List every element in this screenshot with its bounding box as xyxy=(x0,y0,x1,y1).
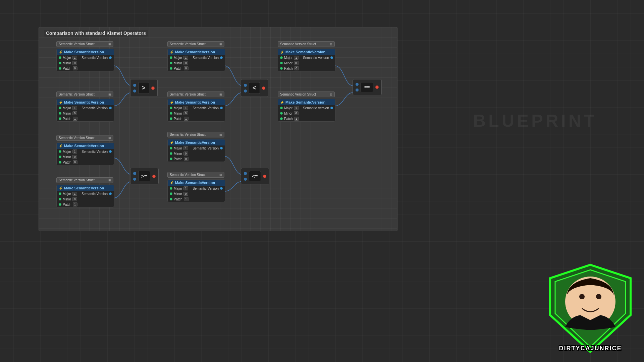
patch-label: Patch xyxy=(174,197,182,201)
patch-value[interactable]: 1 xyxy=(73,202,77,206)
op-eq-symbol: == xyxy=(361,82,373,92)
minor-value[interactable]: 0 xyxy=(72,197,77,201)
tr-make2: ⚡ Make SemanticVersion Major 1 Semantic … xyxy=(278,99,335,122)
patch-value[interactable]: 0 xyxy=(73,66,77,70)
svg-point-4 xyxy=(596,294,601,299)
expand-icon[interactable]: ⊞ xyxy=(219,93,222,96)
patch-value[interactable]: 1 xyxy=(184,117,189,121)
minor-value[interactable]: 0 xyxy=(183,192,188,196)
minor-value[interactable]: 0 xyxy=(294,61,299,65)
creator-name: DIRTYCAJUNRICE xyxy=(559,345,622,352)
minor-value[interactable]: 0 xyxy=(183,61,188,65)
bl-make1: ⚡ Make SemanticVersion Major 1 Semantic … xyxy=(56,142,114,165)
patch-value[interactable]: 0 xyxy=(294,66,299,70)
major-value[interactable]: 1 xyxy=(72,56,77,60)
op-gt-node[interactable]: > xyxy=(130,79,158,97)
semantic-version-output-pin xyxy=(220,56,223,59)
op-lte-symbol: <= xyxy=(249,171,261,181)
major-value[interactable]: 1 xyxy=(72,106,77,110)
semantic-version-output-label: Semantic Version xyxy=(193,146,219,150)
patch-input-pin xyxy=(280,67,283,70)
op-lte-node[interactable]: <= xyxy=(241,168,269,184)
major-value[interactable]: 1 xyxy=(183,186,188,190)
major-value[interactable]: 1 xyxy=(294,56,299,60)
expand-icon[interactable]: ⊞ xyxy=(108,179,111,182)
patch-value[interactable]: 0 xyxy=(73,160,77,164)
minor-input-pin xyxy=(170,152,172,155)
make-node-title: Make SemanticVersion xyxy=(175,140,215,144)
major-label: Major xyxy=(174,146,182,150)
major-value[interactable]: 1 xyxy=(183,106,188,110)
bm-struct2: Semantic Version Struct ⊞ xyxy=(167,172,224,178)
minor-value[interactable]: 0 xyxy=(294,111,299,115)
tm-struct2: Semantic Version Struct ⊞ xyxy=(167,92,224,98)
minor-input-pin xyxy=(59,198,61,200)
tm-make1: ⚡ Make SemanticVersion Major 1 Semantic … xyxy=(167,49,225,71)
major-label: Major xyxy=(63,106,71,110)
major-value[interactable]: 1 xyxy=(72,149,77,154)
minor-value[interactable]: 0 xyxy=(72,61,77,65)
minor-value[interactable]: 0 xyxy=(72,155,77,159)
make-node-title: Make SemanticVersion xyxy=(64,186,104,190)
minor-value[interactable]: 0 xyxy=(72,111,77,115)
patch-label: Patch xyxy=(63,203,71,206)
patch-value[interactable]: 0 xyxy=(184,66,189,70)
patch-input-pin xyxy=(170,198,172,200)
semantic-version-output-label: Semantic Version xyxy=(193,106,219,110)
node-icon: ⚡ xyxy=(280,50,284,54)
expand-icon[interactable]: ⊞ xyxy=(219,173,222,177)
tl-make1: ⚡ Make SemanticVersion Major 1 Semantic … xyxy=(56,49,114,71)
patch-label: Patch xyxy=(284,67,293,70)
semantic-version-output-pin xyxy=(109,150,112,153)
minor-label: Minor xyxy=(63,61,71,65)
major-value[interactable]: 1 xyxy=(183,146,188,150)
make-node-title: Make SemanticVersion xyxy=(175,181,215,185)
node-icon: ⚡ xyxy=(170,101,174,104)
node-icon: ⚡ xyxy=(170,50,174,54)
expand-icon[interactable]: ⊞ xyxy=(108,136,111,140)
make-node-title: Make SemanticVersion xyxy=(64,144,104,148)
minor-value[interactable]: 0 xyxy=(183,152,188,156)
patch-input-pin xyxy=(59,67,61,70)
semantic-version-output-label: Semantic Version xyxy=(82,56,108,60)
semantic-version-output-label: Semantic Version xyxy=(82,192,108,196)
expand-icon[interactable]: ⊞ xyxy=(219,43,222,46)
expand-icon[interactable]: ⊞ xyxy=(108,43,111,46)
expand-icon[interactable]: ⊞ xyxy=(219,133,222,136)
patch-label: Patch xyxy=(284,117,293,121)
semantic-version-output-pin xyxy=(330,107,333,109)
op-eq-node[interactable]: == xyxy=(353,79,382,95)
patch-label: Patch xyxy=(174,67,182,70)
major-input-pin xyxy=(170,147,172,149)
semantic-version-output-pin xyxy=(220,107,223,109)
op-lt-node[interactable]: < xyxy=(241,79,268,97)
minor-input-pin xyxy=(280,112,283,115)
patch-value[interactable]: 1 xyxy=(184,197,189,201)
patch-value[interactable]: 0 xyxy=(184,157,189,161)
bm-make2: ⚡ Make SemanticVersion Major 1 Semantic … xyxy=(167,179,225,202)
minor-label: Minor xyxy=(284,61,292,65)
semantic-version-output-pin xyxy=(220,147,223,149)
make-node-title: Make SemanticVersion xyxy=(64,50,104,54)
minor-label: Minor xyxy=(174,112,182,115)
minor-input-pin xyxy=(280,62,283,64)
expand-icon[interactable]: ⊞ xyxy=(330,93,332,96)
major-value[interactable]: 1 xyxy=(294,106,299,110)
node-icon: ⚡ xyxy=(59,101,63,104)
expand-icon[interactable]: ⊞ xyxy=(108,93,111,96)
major-value[interactable]: 1 xyxy=(183,56,188,60)
bl-make2: ⚡ Make SemanticVersion Major 1 Semantic … xyxy=(56,185,114,207)
tr-make1: ⚡ Make SemanticVersion Major 1 Semantic … xyxy=(278,49,335,71)
struct-label: Semantic Version Struct xyxy=(170,93,206,96)
blueprint-canvas[interactable]: Comparison with standard Kismet Operator… xyxy=(39,27,397,231)
struct-label: Semantic Version Struct xyxy=(280,93,316,96)
op-gte-node[interactable]: >= xyxy=(130,168,159,184)
struct-label: Semantic Version Struct xyxy=(170,42,206,46)
major-label: Major xyxy=(284,106,292,110)
patch-value[interactable]: 1 xyxy=(73,117,77,121)
minor-value[interactable]: 0 xyxy=(183,111,188,115)
patch-value[interactable]: 1 xyxy=(294,117,299,121)
expand-icon[interactable]: ⊞ xyxy=(330,43,332,46)
major-value[interactable]: 1 xyxy=(72,192,77,196)
major-input-pin xyxy=(59,107,61,109)
